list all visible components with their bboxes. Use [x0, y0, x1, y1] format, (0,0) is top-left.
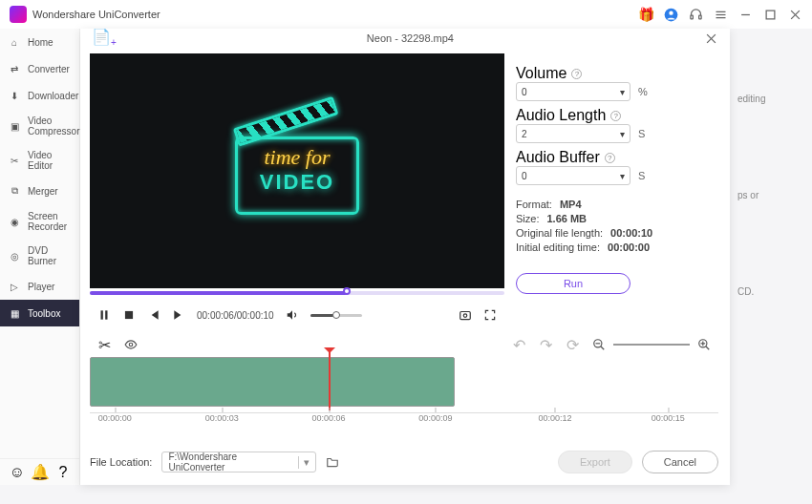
merge-icon: ⧉: [8, 184, 21, 198]
prev-icon[interactable]: [147, 308, 160, 322]
user-icon[interactable]: ☺: [11, 466, 24, 479]
help-icon[interactable]: ?: [610, 111, 621, 121]
help-icon[interactable]: ?: [571, 69, 582, 79]
export-button[interactable]: Export: [558, 451, 632, 473]
refresh-icon[interactable]: ⟳: [566, 338, 579, 351]
file-location-path: F:\Wondershare UniConverter: [168, 452, 292, 472]
undo-icon[interactable]: ↶: [512, 338, 525, 351]
svg-line-21: [601, 346, 605, 350]
redo-icon[interactable]: ↷: [539, 338, 552, 351]
volume-unit: %: [638, 86, 648, 97]
user-icon[interactable]: [664, 8, 678, 22]
sidebar: ⌂Home ⇄Converter ⬇Downloader ▣Video Comp…: [0, 29, 80, 485]
playhead[interactable]: [329, 351, 331, 410]
convert-icon: ⇄: [8, 62, 21, 75]
sidebar-item-toolbox[interactable]: ▦Toolbox: [0, 300, 79, 326]
sidebar-item-home[interactable]: ⌂Home: [0, 29, 79, 55]
help-icon[interactable]: ?: [605, 153, 615, 163]
snapshot-icon[interactable]: [459, 308, 472, 322]
file-location-box: F:\Wondershare UniConverter ▾: [161, 452, 316, 472]
sidebar-item-recorder[interactable]: ◉Screen Recorder: [0, 204, 79, 239]
timeline-clip[interactable]: [90, 357, 455, 407]
svg-point-1: [669, 10, 673, 14]
folder-icon[interactable]: [326, 455, 339, 469]
dialog-title: Neon - 32298.mp4: [117, 32, 704, 44]
seek-bar[interactable]: [90, 291, 504, 297]
sidebar-item-dvd[interactable]: ◎DVD Burner: [0, 239, 79, 273]
length-unit: S: [638, 128, 645, 139]
pause-icon[interactable]: [97, 308, 111, 322]
bell-icon[interactable]: 🔔: [33, 466, 47, 479]
menu-icon[interactable]: [714, 8, 728, 22]
sidebar-item-label: Home: [28, 37, 53, 48]
sidebar-item-label: Downloader: [28, 91, 78, 101]
scissors-icon[interactable]: ✂: [97, 338, 111, 351]
file-info: Format:MP4 Size:1.66 MB Original file le…: [516, 199, 718, 253]
dialog-footer: File Location: F:\Wondershare UniConvert…: [90, 451, 718, 473]
run-button[interactable]: Run: [516, 273, 630, 294]
timeline[interactable]: 00:00:00 00:00:03 00:00:06 00:00:09 00:0…: [90, 357, 718, 435]
svg-rect-13: [101, 310, 103, 319]
eye-icon[interactable]: [124, 338, 138, 351]
cancel-button[interactable]: Cancel: [642, 451, 718, 473]
sidebar-item-label: DVD Burner: [28, 245, 72, 266]
sidebar-item-label: Video Compressor: [28, 116, 79, 136]
next-icon[interactable]: [172, 308, 185, 322]
app-logo: [10, 6, 27, 23]
compress-icon: ▣: [8, 119, 21, 133]
sidebar-item-downloader[interactable]: ⬇Downloader: [0, 82, 79, 109]
length-select[interactable]: 2▾: [516, 124, 630, 143]
svg-point-17: [463, 314, 467, 318]
svg-rect-3: [699, 15, 702, 19]
stop-icon[interactable]: [122, 308, 136, 322]
zoom-in-icon[interactable]: [697, 338, 711, 351]
fullscreen-icon[interactable]: [483, 308, 497, 322]
sidebar-item-converter[interactable]: ⇄Converter: [0, 55, 79, 82]
video-preview[interactable]: time for VIDEO: [90, 53, 504, 288]
close-icon[interactable]: [788, 8, 802, 22]
volume-slider[interactable]: [310, 314, 362, 317]
params-panel: Volume? 0▾ % Audio Length? 2▾ S Audio Bu…: [516, 65, 718, 294]
sidebar-item-player[interactable]: ▷Player: [0, 273, 79, 300]
play-icon: ▷: [8, 280, 21, 293]
sidebar-item-label: Player: [28, 282, 54, 292]
neon-line2: VIDEO: [238, 170, 356, 195]
minimize-icon[interactable]: [738, 8, 753, 22]
chevron-down-icon[interactable]: ▾: [298, 456, 310, 469]
svg-point-18: [129, 343, 133, 346]
neon-line1: time for: [238, 145, 356, 170]
sidebar-item-compressor[interactable]: ▣Video Compressor: [0, 109, 79, 143]
file-location-label: File Location:: [90, 456, 152, 468]
volume-label: Volume: [516, 65, 566, 82]
timeline-ruler: 00:00:00 00:00:03 00:00:06 00:00:09 00:0…: [90, 412, 718, 435]
chevron-down-icon: ▾: [620, 87, 625, 97]
sidebar-item-label: Merger: [28, 186, 58, 197]
app-title: Wondershare UniConverter: [32, 9, 160, 20]
close-icon[interactable]: [704, 32, 718, 46]
maximize-icon[interactable]: [763, 8, 778, 22]
gift-icon[interactable]: 🎁: [639, 8, 653, 22]
sidebar-item-merger[interactable]: ⧉Merger: [0, 178, 79, 204]
svg-rect-15: [125, 311, 133, 319]
titlebar: Wondershare UniConverter 🎁: [0, 0, 812, 29]
sidebar-bottom: ☺ 🔔 ?: [0, 458, 80, 485]
zoom-slider[interactable]: [613, 344, 690, 346]
buffer-unit: S: [638, 170, 645, 181]
editor-dialog: 📄+ Neon - 32298.mp4 time for VIDEO 00:00…: [80, 29, 730, 485]
headset-icon[interactable]: [689, 8, 703, 22]
volume-icon[interactable]: [286, 308, 299, 322]
volume-select[interactable]: 0▾: [516, 82, 630, 101]
zoom-out-icon[interactable]: [592, 338, 606, 351]
home-icon: ⌂: [8, 35, 21, 49]
svg-rect-8: [766, 10, 775, 19]
timeline-toolbar: ✂ ↶ ↷ ⟳: [90, 334, 718, 355]
chevron-down-icon: ▾: [620, 171, 625, 181]
chevron-down-icon: ▾: [620, 129, 625, 139]
scissors-icon: ✂: [8, 154, 21, 167]
add-file-icon[interactable]: 📄+: [92, 28, 117, 48]
sidebar-item-editor[interactable]: ✂Video Editor: [0, 143, 79, 178]
buffer-select[interactable]: 0▾: [516, 166, 630, 185]
download-icon: ⬇: [8, 89, 21, 102]
help-icon[interactable]: ?: [56, 466, 70, 479]
player-controls: 00:00:06/00:00:10: [90, 304, 504, 326]
